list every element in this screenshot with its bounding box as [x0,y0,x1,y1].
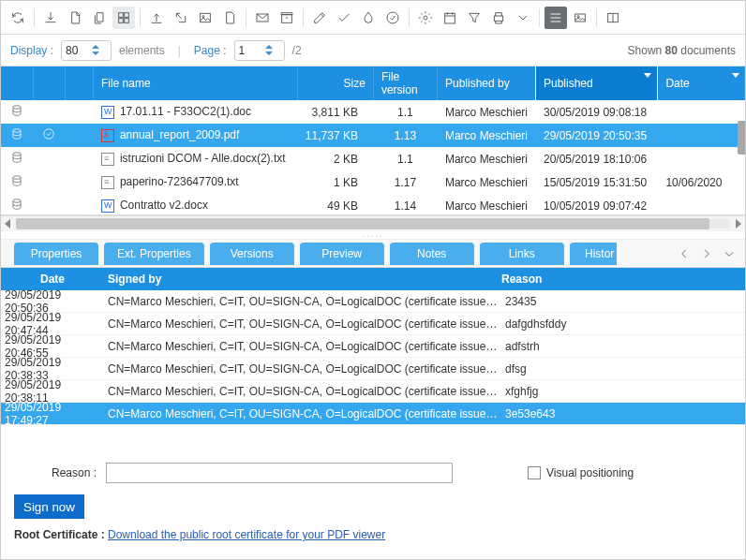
tab-notes[interactable]: Notes [390,243,474,265]
documents-table-wrapper: File name Size File version Published by… [1,66,745,215]
mail-icon[interactable] [251,7,274,29]
refresh-icon[interactable] [7,7,29,29]
col-date[interactable]: Date [658,66,745,100]
db-icon [10,174,23,187]
edit-icon[interactable] [308,7,331,29]
svg-point-17 [44,129,54,140]
table-row[interactable]: annual_report_2009.pdf11,737 KB1.13Marco… [1,124,745,147]
svg-rect-0 [119,12,124,17]
list-view-icon[interactable] [545,7,567,29]
reason-label: Reason : [14,466,97,479]
print-icon[interactable] [487,7,510,29]
cell-date: 10/06/2020 [658,170,745,194]
cell-size: 2 KB [297,147,373,170]
tab-links[interactable]: Links [480,243,564,265]
gallery-view-icon[interactable] [569,7,591,29]
cell-size: 49 KB [297,194,373,215]
svg-point-8 [387,12,398,23]
table-row[interactable]: 17.01.11 - F33OC2(1).doc3,811 KB1.1Marco… [1,100,745,124]
tab-ext-properties[interactable]: Ext. Properties [104,243,204,265]
signature-row[interactable]: 29/05/2019 20:38:33CN=Marco Meschieri, C… [1,358,745,380]
signature-row[interactable]: 29/05/2019 20:50:36CN=Marco Meschieri, C… [1,290,745,313]
upload-icon[interactable] [145,7,168,29]
sig-col-reason[interactable]: Reason [501,273,745,286]
page-label: Page : [194,44,227,57]
tab-preview[interactable]: Preview [300,243,384,265]
signature-row[interactable]: 29/05/2019 20:46:55CN=Marco Meschieri, C… [1,335,745,358]
toggle-panel-icon[interactable] [602,7,624,29]
word-file-icon [101,199,114,213]
sig-col-signedby[interactable]: Signed by [104,273,501,286]
tab-histor[interactable]: Histor [570,243,617,265]
windows-icon[interactable] [112,7,135,29]
calendar-icon[interactable] [439,7,461,29]
approve-icon[interactable] [381,7,404,29]
horizontal-scrollbar[interactable] [1,215,745,231]
page-icon[interactable] [218,7,241,29]
side-scroll-indicator[interactable] [738,121,745,155]
page-number-input[interactable] [234,40,285,61]
cell-publishedby: Marco Meschieri [437,194,535,215]
settings-icon[interactable] [414,7,437,29]
tab-versions[interactable]: Versions [210,243,294,265]
display-count-input[interactable] [61,40,112,61]
tab-properties[interactable]: Properties [14,243,98,265]
root-cert-link[interactable]: Download the public root certificate for… [108,528,385,541]
cell-published: 20/05/2019 18:10:06 [535,147,657,170]
image-icon[interactable] [194,7,216,29]
sig-signedby: CN=Marco Meschieri, C=IT, OU=SIGN-CA, O=… [104,385,501,398]
archive-icon[interactable] [276,7,298,29]
sig-reason: 23435 [501,295,745,308]
cell-publishedby: Marco Meschieri [437,147,535,170]
sig-reason: dfsg [501,362,745,376]
chevron-down-icon[interactable] [512,7,534,29]
download-icon[interactable] [39,7,62,29]
cell-date [658,194,745,215]
table-row[interactable]: Contratto v2.docx49 KB1.14Marco Meschier… [1,194,745,215]
copy-icon[interactable] [88,7,111,29]
svg-point-9 [424,16,427,20]
filter-icon[interactable] [463,7,485,29]
check-icon[interactable] [333,7,355,29]
db-icon [10,151,23,164]
tab-scroll-left-icon[interactable] [678,247,691,260]
col-filename[interactable]: File name [93,66,297,100]
splitter-gripper[interactable]: ····· [1,231,745,240]
svg-rect-7 [282,14,292,22]
documents-header-row: File name Size File version Published by… [1,66,745,100]
reason-input[interactable] [106,463,453,483]
sig-signedby: CN=Marco Meschieri, C=IT, OU=SIGN-CA, O=… [104,340,501,353]
col-fileversion[interactable]: File version [373,66,437,100]
sign-now-button[interactable]: Sign now [14,494,84,519]
tab-scroll-right-icon[interactable] [700,247,713,260]
drop-icon[interactable] [357,7,380,29]
db-icon [10,198,23,211]
filename: Contratto v2.docx [120,199,208,212]
export-icon[interactable] [170,7,192,29]
table-row[interactable]: istruzioni DCOM - Alle.docx(2).txt2 KB1.… [1,147,745,170]
sig-col-date[interactable]: Date [1,273,104,286]
document-icon[interactable] [64,7,86,29]
sig-signedby: CN=Marco Meschieri, C=IT, OU=SIGN-CA, O=… [104,317,501,331]
txt-file-icon [101,176,114,189]
svg-point-19 [13,176,21,180]
cell-size: 3,811 KB [297,100,373,124]
check-status-icon [42,127,55,140]
visual-positioning-checkbox[interactable]: Visual positioning [528,466,634,479]
cell-version: 1.1 [373,100,437,124]
sig-signedby: CN=Marco Meschieri, C=IT, OU=SIGN-CA, O=… [104,362,501,376]
cell-publishedby: Marco Meschieri [437,124,535,147]
col-published[interactable]: Published [535,66,657,100]
col-publishedby[interactable]: Published by [437,66,535,100]
documents-table: File name Size File version Published by… [1,66,745,215]
signature-row[interactable]: 29/05/2019 20:47:44CN=Marco Meschieri, C… [1,313,745,335]
signature-row[interactable]: 29/05/2019 17:49:27CN=Marco Meschieri, C… [1,403,745,425]
table-row[interactable]: paperino-723647709.txt1 KB1.17Marco Mesc… [1,170,745,194]
col-size[interactable]: Size [297,66,373,100]
cell-date [658,124,745,147]
filename: annual_report_2009.pdf [120,128,239,141]
tab-dropdown-icon[interactable] [723,247,736,260]
signatures-header: Date Signed by Reason [1,268,745,290]
svg-rect-1 [125,12,129,17]
signature-row[interactable]: 29/05/2019 20:38:11CN=Marco Meschieri, C… [1,380,745,403]
